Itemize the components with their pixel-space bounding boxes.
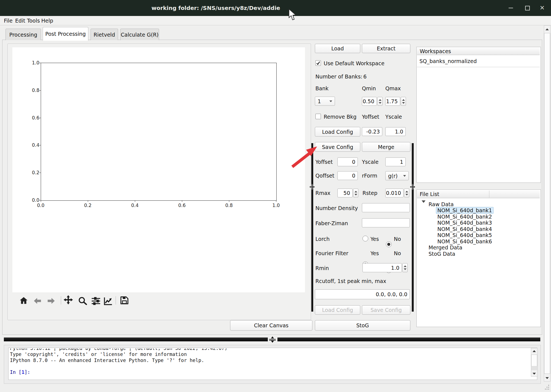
save-config-button[interactable]: Save Config xyxy=(315,142,360,152)
spin-down-icon[interactable] xyxy=(402,102,405,104)
close-button[interactable]: ✕ xyxy=(536,2,548,14)
qoffset-input[interactable]: 0 xyxy=(337,171,358,180)
spin-up-icon[interactable] xyxy=(405,191,408,192)
console-line: Type 'copyright', 'credits' or 'license'… xyxy=(10,351,187,357)
tree-item-bank6[interactable]: NOM_Si_640d_bank6 xyxy=(437,238,492,244)
merge-button[interactable]: Merge xyxy=(362,142,410,152)
tick-mark xyxy=(39,173,41,173)
save-icon[interactable] xyxy=(119,296,129,305)
selected-item-highlight[interactable]: NOM_Si_640d_bank1 xyxy=(436,207,493,214)
menu-help[interactable]: Help xyxy=(41,17,53,24)
forward-icon[interactable] xyxy=(46,296,56,306)
rcutoff-input[interactable]: 0.0, 0.0, 0.0 xyxy=(315,289,410,299)
tick-mark xyxy=(182,200,182,202)
tree-item-stog-data[interactable]: StoG Data xyxy=(429,251,455,257)
spin-up-icon[interactable] xyxy=(354,191,357,192)
qmin-stepper[interactable] xyxy=(377,97,383,106)
zoom-icon[interactable] xyxy=(78,296,88,305)
lorch-yes-radio[interactable] xyxy=(362,236,368,241)
tree-item-raw-data[interactable]: Raw Data xyxy=(429,201,454,207)
rstep-input[interactable]: 0.010 xyxy=(385,189,403,197)
rmax-input[interactable]: 50 xyxy=(337,189,353,197)
minimize-button[interactable] xyxy=(505,2,517,14)
x-tick-label: 0.8 xyxy=(223,203,235,208)
menu-bar xyxy=(0,16,551,25)
faber-ziman-input[interactable] xyxy=(362,218,410,227)
load-config-disabled-button[interactable]: Load Config xyxy=(315,305,360,315)
tree-item-merged-data[interactable]: Merged Data xyxy=(429,244,462,251)
tree-item-bank1[interactable]: NOM_Si_640d_bank1 xyxy=(437,207,493,213)
tab-calculate-gr[interactable]: Calculate G(R) xyxy=(120,29,159,40)
spin-down-icon[interactable] xyxy=(404,268,407,270)
workspace-item[interactable]: SQ_banks_normalized xyxy=(417,55,540,67)
rcutoff-label: Rcutoff, 1st peak min, max xyxy=(315,278,386,284)
resize-grip[interactable] xyxy=(544,384,550,391)
tree-item-bank4[interactable]: NOM_Si_640d_bank4 xyxy=(437,226,492,232)
tree-item-bank3[interactable]: NOM_Si_640d_bank3 xyxy=(437,220,492,226)
console-scroll-up-button[interactable] xyxy=(531,348,538,354)
qmax-input[interactable]: 1.75 xyxy=(385,97,400,106)
yoffset-top-input[interactable]: -0.23 xyxy=(362,127,382,136)
main-scrollbar-thumb[interactable] xyxy=(544,33,550,374)
home-icon[interactable] xyxy=(19,296,29,305)
qmax-stepper[interactable] xyxy=(401,97,406,106)
number-density-input[interactable] xyxy=(362,203,410,212)
extract-button[interactable]: Extract xyxy=(362,44,410,53)
load-config-button[interactable]: Load Config xyxy=(315,127,360,137)
use-default-workspace-checkbox[interactable] xyxy=(315,60,321,66)
workspaces-header[interactable]: Workspaces xyxy=(417,47,540,55)
stog-button[interactable]: StoG xyxy=(315,320,410,331)
load-button[interactable]: Load xyxy=(315,44,360,53)
clear-canvas-button[interactable]: Clear Canvas xyxy=(230,320,312,331)
pan-icon[interactable] xyxy=(63,295,73,304)
rstep-stepper[interactable] xyxy=(404,189,409,197)
spin-down-icon[interactable] xyxy=(379,102,381,104)
rform-select[interactable]: g(r) xyxy=(385,171,409,180)
rmin-stepper[interactable] xyxy=(402,263,408,272)
right-splitter-handle[interactable] xyxy=(410,184,416,190)
tab-rietveld[interactable]: Rietveld xyxy=(91,29,118,40)
save-config-disabled-button[interactable]: Save Config xyxy=(362,305,410,315)
file-list-header[interactable]: File List xyxy=(417,190,540,198)
tab-processing[interactable]: Processing xyxy=(6,29,41,40)
console-scrollbar-thumb[interactable] xyxy=(531,355,537,366)
maximize-button[interactable] xyxy=(521,2,533,14)
console-prompt[interactable]: In [1]: xyxy=(10,369,30,375)
lorch-no-radio[interactable] xyxy=(386,241,392,247)
console-line: IPython 8.7.0 -- An enhanced Interactive… xyxy=(10,357,204,363)
console-scroll-down-button[interactable] xyxy=(531,371,538,377)
yoffset-input[interactable]: 0 xyxy=(337,157,358,166)
menu-edit[interactable]: Edit xyxy=(15,17,25,24)
rmax-stepper[interactable] xyxy=(353,189,358,197)
bank-select[interactable]: 1 xyxy=(315,97,335,106)
fourier-yes-label: Yes xyxy=(370,250,379,256)
rmin-input[interactable]: 1.0 xyxy=(362,263,402,272)
spin-up-icon[interactable] xyxy=(404,265,407,267)
tree-item-bank5[interactable]: NOM_Si_640d_bank5 xyxy=(437,232,492,238)
tree-item-bank2[interactable]: NOM_Si_640d_bank2 xyxy=(437,214,492,220)
menu-tools[interactable]: Tools xyxy=(27,17,40,24)
tab-post-processing[interactable]: Post Processing xyxy=(43,27,88,41)
menu-file[interactable]: File xyxy=(4,17,13,24)
tick-mark xyxy=(39,145,41,145)
spin-up-icon[interactable] xyxy=(402,99,405,101)
main-scroll-up-button[interactable] xyxy=(544,26,550,32)
spin-up-icon[interactable] xyxy=(379,99,381,101)
yscale-top-input[interactable]: 1.0 xyxy=(385,127,406,136)
subplots-icon[interactable] xyxy=(91,296,101,306)
spin-down-icon[interactable] xyxy=(354,194,357,195)
horizontal-splitter[interactable] xyxy=(4,337,268,341)
qmin-input[interactable]: 0.50 xyxy=(362,97,377,106)
horizontal-splitter-handle[interactable] xyxy=(268,336,277,343)
back-icon[interactable] xyxy=(32,296,42,306)
remove-bkg-checkbox[interactable] xyxy=(315,114,321,119)
left-splitter-handle[interactable] xyxy=(309,184,315,190)
expand-caret-icon[interactable] xyxy=(422,203,425,208)
console-scrollbar-track-fill[interactable] xyxy=(531,367,537,370)
right-splitter[interactable] xyxy=(412,143,414,312)
main-scroll-down-button[interactable] xyxy=(544,375,550,381)
yscale-input[interactable]: 1 xyxy=(385,157,406,166)
customize-icon[interactable] xyxy=(103,296,113,306)
horizontal-splitter[interactable] xyxy=(277,337,540,341)
spin-down-icon[interactable] xyxy=(405,194,408,195)
